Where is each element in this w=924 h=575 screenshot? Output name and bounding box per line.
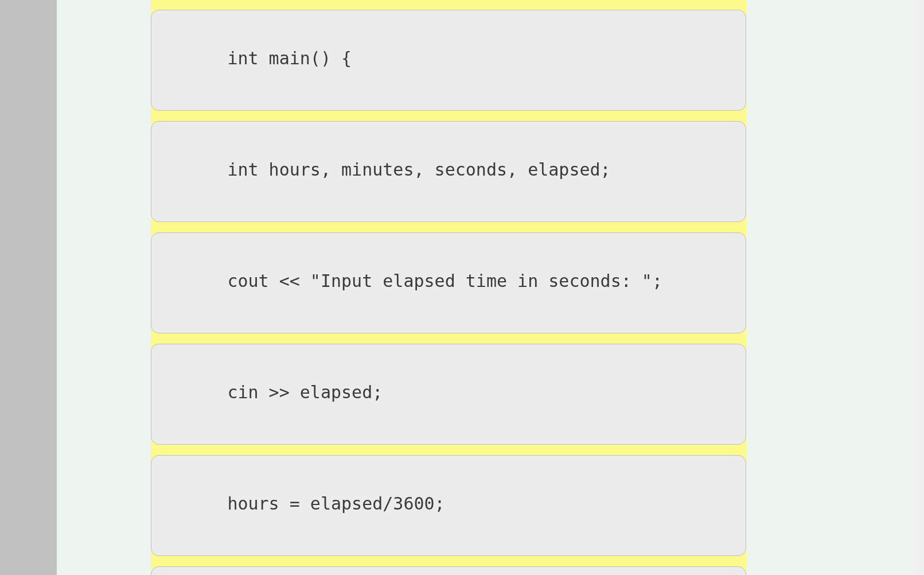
code-line-box[interactable]: hours = elapsed/3600; (151, 455, 746, 556)
code-text: cin >> elapsed; (227, 382, 383, 402)
code-text: int main() { (227, 48, 352, 68)
highlighted-code-region: int main() { int hours, minutes, seconds… (151, 0, 746, 575)
vertical-scrollbar[interactable] (914, 0, 924, 575)
code-line-box[interactable]: cin >> elapsed; (151, 344, 746, 445)
code-text: hours = elapsed/3600; (227, 494, 445, 514)
left-margin-strip (0, 0, 57, 575)
code-line-box[interactable]: cout << "Input elapsed time in seconds: … (151, 232, 746, 333)
code-line-box[interactable]: int main() { (151, 10, 746, 111)
code-text: int hours, minutes, seconds, elapsed; (227, 160, 610, 180)
page-background: int main() { int hours, minutes, seconds… (57, 0, 924, 575)
code-line-box[interactable]: minutes = elapsed / 60; (151, 566, 746, 575)
code-text: cout << "Input elapsed time in seconds: … (227, 271, 662, 291)
code-line-box[interactable]: int hours, minutes, seconds, elapsed; (151, 121, 746, 222)
